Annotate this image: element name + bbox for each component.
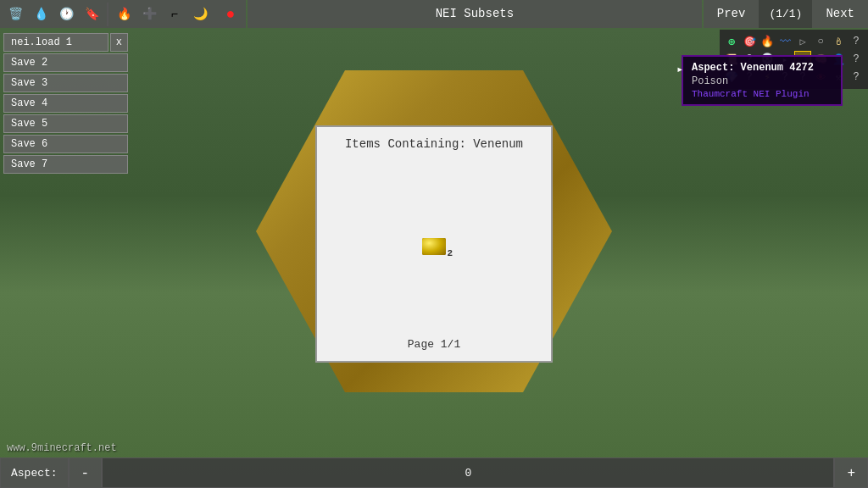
- tooltip-subtitle: Poison: [692, 75, 832, 87]
- item-icon-golden: [422, 238, 446, 255]
- tooltip-title: Aspect: Venenum 4272: [692, 62, 832, 74]
- tooltip-arrow-icon: ▸: [676, 62, 683, 76]
- item-display[interactable]: 2: [422, 238, 446, 255]
- aspect-tooltip: ▸ Aspect: Venenum 4272 Poison Thaumcraft…: [682, 55, 843, 106]
- modal-content: 2: [327, 164, 541, 328]
- items-containing-modal: Items Containing: Venenum 2 Page 1/1: [315, 125, 553, 363]
- modal-page-label: Page 1/1: [408, 338, 460, 351]
- modal-title: Items Containing: Venenum: [345, 137, 523, 151]
- item-count: 2: [447, 248, 453, 258]
- tooltip-source: Thaumcraft NEI Plugin: [692, 89, 832, 99]
